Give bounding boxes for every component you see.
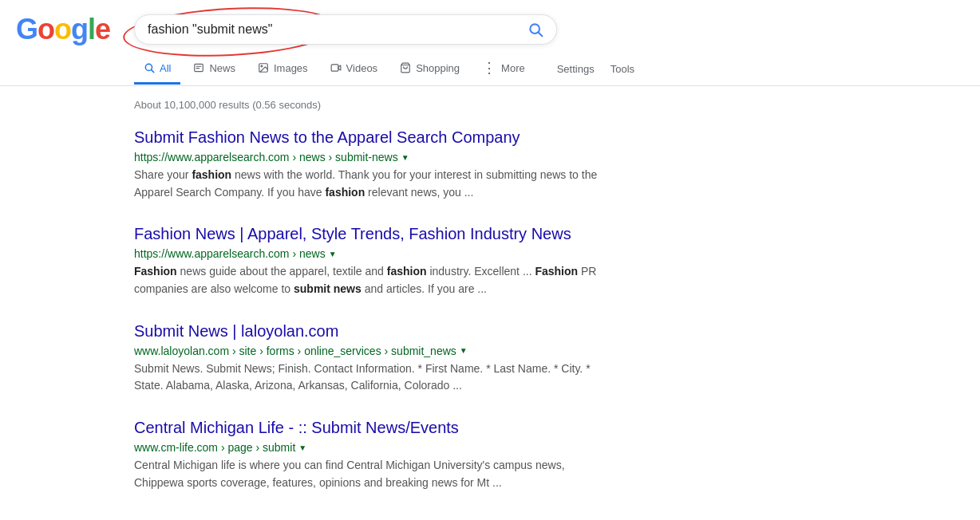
tab-videos-label: Videos: [346, 62, 378, 74]
tab-shopping-label: Shopping: [416, 62, 460, 74]
result-url-row: https://www.apparelsearch.com › news ▼: [134, 247, 613, 260]
results-area: About 10,100,000 results (0.56 seconds) …: [0, 86, 980, 520]
search-bar-wrapper: [134, 14, 557, 45]
result-item: Submit News | laloyolan.com www.laloyola…: [134, 321, 613, 395]
tab-videos[interactable]: Videos: [321, 54, 388, 85]
videos-icon: [330, 62, 342, 73]
result-snippet: Submit News. Submit News; Finish. Contac…: [134, 360, 613, 395]
logo-letter-e: e: [95, 13, 110, 45]
result-snippet: Central Michigan life is where you can f…: [134, 457, 613, 491]
tab-all[interactable]: All: [134, 54, 180, 85]
svg-rect-9: [331, 65, 338, 71]
result-url: www.laloyolan.com › site › forms › onlin…: [134, 345, 456, 357]
google-logo: Google: [16, 13, 110, 46]
result-url-row: www.cm-life.com › page › submit ▼: [134, 441, 613, 454]
tab-shopping[interactable]: Shopping: [390, 54, 469, 85]
url-dropdown-arrow[interactable]: ▼: [329, 250, 337, 258]
result-snippet: Fashion news guide about the apparel, te…: [134, 263, 613, 297]
search-button[interactable]: [528, 22, 543, 37]
nav-tabs: All News Images Videos Shopping ⋮: [0, 46, 980, 86]
settings-link[interactable]: Settings: [554, 55, 598, 83]
result-title[interactable]: Central Michigan Life - :: Submit News/E…: [134, 417, 613, 438]
result-title[interactable]: Fashion News | Apparel, Style Trends, Fa…: [134, 223, 613, 244]
search-input[interactable]: [148, 22, 528, 37]
logo-letter-o2: o: [54, 13, 71, 45]
result-title[interactable]: Submit Fashion News to the Apparel Searc…: [134, 127, 613, 148]
logo-letter-l: l: [88, 13, 95, 45]
tab-more[interactable]: ⋮ More: [472, 53, 535, 85]
result-item: Central Michigan Life - :: Submit News/E…: [134, 417, 613, 491]
header: Google: [0, 0, 980, 46]
search-icon: [528, 22, 543, 37]
svg-line-3: [152, 70, 154, 73]
tab-more-label: More: [501, 62, 525, 74]
result-item: Fashion News | Apparel, Style Trends, Fa…: [134, 223, 613, 297]
results-count: About 10,100,000 results (0.56 seconds): [134, 99, 964, 111]
news-icon: [193, 62, 204, 73]
url-dropdown-arrow[interactable]: ▼: [401, 153, 409, 162]
tab-news-label: News: [209, 62, 235, 74]
url-dropdown-arrow[interactable]: ▼: [298, 443, 306, 452]
tab-images-label: Images: [274, 62, 308, 74]
more-dots-icon: ⋮: [482, 61, 496, 75]
result-url: www.cm-life.com › page › submit: [134, 441, 295, 454]
result-item: Submit Fashion News to the Apparel Searc…: [134, 127, 613, 201]
shopping-icon: [400, 62, 411, 73]
tools-link[interactable]: Tools: [604, 55, 641, 83]
result-snippet: Share your fashion news with the world. …: [134, 167, 613, 201]
svg-marker-10: [338, 65, 341, 70]
all-icon: [144, 62, 155, 73]
logo-letter-g2: g: [71, 13, 88, 45]
logo-letter-g: G: [16, 13, 38, 45]
logo-letter-o1: o: [38, 13, 54, 45]
images-icon: [258, 62, 269, 73]
tab-images[interactable]: Images: [248, 54, 318, 85]
result-url-row: https://www.apparelsearch.com › news › s…: [134, 151, 613, 163]
result-title[interactable]: Submit News | laloyolan.com: [134, 321, 613, 341]
url-dropdown-arrow[interactable]: ▼: [460, 346, 468, 355]
tab-news[interactable]: News: [184, 54, 245, 85]
search-bar: [134, 14, 557, 45]
result-url-row: www.laloyolan.com › site › forms › onlin…: [134, 345, 613, 357]
result-url: https://www.apparelsearch.com › news: [134, 247, 326, 260]
svg-point-8: [261, 65, 263, 67]
result-url: https://www.apparelsearch.com › news › s…: [134, 151, 398, 163]
tab-all-label: All: [160, 62, 171, 74]
svg-line-1: [539, 33, 543, 37]
